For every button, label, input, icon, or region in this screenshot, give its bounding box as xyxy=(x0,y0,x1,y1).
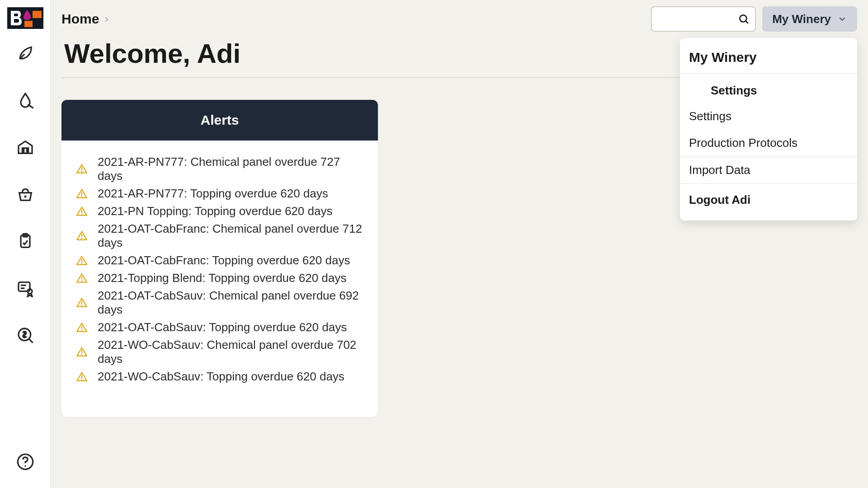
sidebar-item-cost[interactable] xyxy=(13,324,38,349)
warehouse-icon xyxy=(16,138,34,158)
dropdown-title: My Winery xyxy=(680,46,857,73)
svg-point-18 xyxy=(81,213,83,215)
help-icon xyxy=(16,453,34,473)
alerts-card: Alerts 2021-AR-PN777: Chemical panel ove… xyxy=(61,100,378,417)
search-icon xyxy=(738,13,750,25)
clipboard-icon xyxy=(16,232,34,252)
alert-text: 2021-AR-PN777: Topping overdue 620 days xyxy=(98,187,328,201)
sidebar-help[interactable] xyxy=(13,450,38,475)
alert-row[interactable]: 2021-PN Topping: Topping overdue 620 day… xyxy=(76,202,363,220)
svg-point-22 xyxy=(81,263,83,264)
sidebar-item-basket[interactable] xyxy=(13,183,38,208)
alert-row[interactable]: 2021-Topping Blend: Topping overdue 620 … xyxy=(76,269,363,287)
warning-icon xyxy=(76,297,88,309)
sidebar-item-drop[interactable] xyxy=(13,89,38,114)
alert-row[interactable]: 2021-OAT-CabFranc: Topping overdue 620 d… xyxy=(76,252,363,269)
winery-label: My Winery xyxy=(772,12,831,26)
sidebar-item-clipboard[interactable] xyxy=(13,230,38,255)
chevron-down-icon xyxy=(837,14,847,24)
sidebar xyxy=(0,0,51,488)
warning-icon xyxy=(76,230,88,242)
warning-icon xyxy=(76,255,88,267)
sidebar-item-warehouse[interactable] xyxy=(13,136,38,161)
search-wrap[interactable] xyxy=(651,6,756,32)
svg-point-11 xyxy=(24,465,26,467)
svg-point-28 xyxy=(81,329,83,331)
warning-icon xyxy=(76,163,88,175)
alerts-header: Alerts xyxy=(61,100,378,141)
svg-point-16 xyxy=(81,196,83,197)
chevron-right-icon xyxy=(103,11,111,27)
dropdown-item-import[interactable]: Import Data xyxy=(680,157,857,183)
topbar: Home My Winery xyxy=(51,0,868,38)
logo[interactable] xyxy=(7,7,43,29)
alert-text: 2021-Topping Blend: Topping overdue 620 … xyxy=(98,271,346,285)
svg-point-30 xyxy=(81,354,83,355)
svg-point-12 xyxy=(740,15,747,22)
alert-row[interactable]: 2021-OAT-CabSauv: Topping overdue 620 da… xyxy=(76,319,363,336)
warning-icon xyxy=(76,371,88,383)
svg-rect-2 xyxy=(24,21,33,27)
svg-point-24 xyxy=(81,280,83,282)
winery-dropdown-button[interactable]: My Winery xyxy=(762,6,857,32)
dollar-search-icon xyxy=(16,326,34,346)
alert-text: 2021-WO-CabSauv: Chemical panel overdue … xyxy=(98,338,363,366)
basket-icon xyxy=(16,185,34,205)
drop-icon xyxy=(16,91,34,111)
warning-icon xyxy=(76,346,88,358)
warning-icon xyxy=(76,188,88,200)
dropdown-item-protocols[interactable]: Production Protocols xyxy=(680,130,857,156)
svg-point-20 xyxy=(81,238,83,239)
sidebar-item-leaf[interactable] xyxy=(13,42,38,67)
alert-row[interactable]: 2021-OAT-CabFranc: Chemical panel overdu… xyxy=(76,220,363,252)
leaf-icon xyxy=(16,44,34,64)
alert-text: 2021-AR-PN777: Chemical panel overdue 72… xyxy=(98,155,363,183)
alert-row[interactable]: 2021-WO-CabSauv: Chemical panel overdue … xyxy=(76,336,363,368)
sidebar-item-certificate[interactable] xyxy=(13,277,38,302)
alert-row[interactable]: 2021-OAT-CabSauv: Chemical panel overdue… xyxy=(76,287,363,319)
alert-text: 2021-OAT-CabSauv: Chemical panel overdue… xyxy=(98,289,363,317)
dropdown-item-settings[interactable]: Settings xyxy=(680,103,857,130)
breadcrumb[interactable]: Home xyxy=(61,11,111,27)
dropdown-section-settings: Settings xyxy=(680,74,857,103)
winery-dropdown-menu: My Winery Settings Settings Production P… xyxy=(680,38,857,221)
alert-text: 2021-WO-CabSauv: Topping overdue 620 day… xyxy=(98,370,344,384)
alert-row[interactable]: 2021-WO-CabSauv: Topping overdue 620 day… xyxy=(76,368,363,385)
dropdown-item-logout[interactable]: Logout Adi xyxy=(680,184,857,216)
alert-row[interactable]: 2021-AR-PN777: Topping overdue 620 days xyxy=(76,185,363,202)
alert-text: 2021-PN Topping: Topping overdue 620 day… xyxy=(98,204,332,218)
svg-point-32 xyxy=(81,379,83,380)
svg-point-26 xyxy=(81,305,83,306)
alerts-list: 2021-AR-PN777: Chemical panel overdue 72… xyxy=(61,141,378,398)
alert-text: 2021-OAT-CabSauv: Topping overdue 620 da… xyxy=(98,320,347,334)
svg-rect-1 xyxy=(33,11,42,18)
breadcrumb-home[interactable]: Home xyxy=(61,11,99,27)
warning-icon xyxy=(76,272,88,284)
main: Home My Winery Welcome, Adi Alerts 2021-… xyxy=(51,0,868,488)
warning-icon xyxy=(76,322,88,333)
svg-point-4 xyxy=(24,196,26,198)
svg-point-14 xyxy=(81,171,83,172)
warning-icon xyxy=(76,206,88,217)
certificate-icon xyxy=(16,279,34,299)
alert-row[interactable]: 2021-AR-PN777: Chemical panel overdue 72… xyxy=(76,153,363,185)
alert-text: 2021-OAT-CabFranc: Chemical panel overdu… xyxy=(98,222,363,250)
alert-text: 2021-OAT-CabFranc: Topping overdue 620 d… xyxy=(98,253,350,267)
